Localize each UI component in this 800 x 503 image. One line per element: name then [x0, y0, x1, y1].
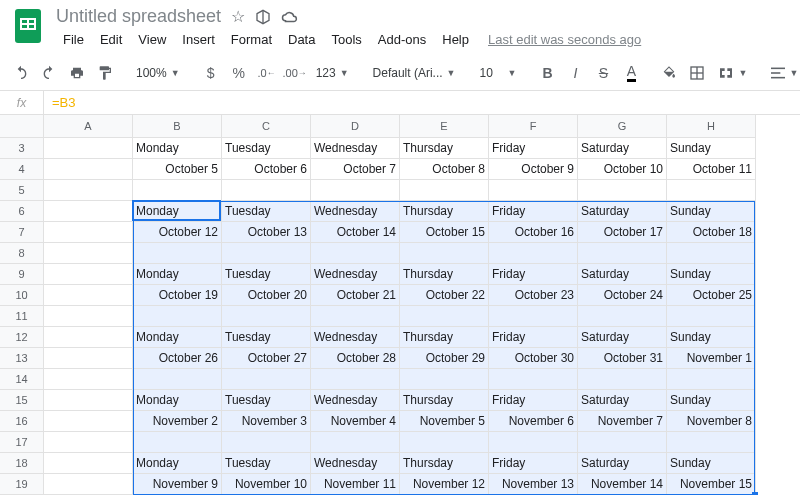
format-percent-button[interactable]: %: [226, 60, 252, 86]
cell-D18[interactable]: Wednesday: [311, 453, 400, 474]
row-header-10[interactable]: 10: [0, 285, 44, 306]
col-header-F[interactable]: F: [489, 115, 578, 138]
cell-E8[interactable]: [400, 243, 489, 264]
menu-view[interactable]: View: [131, 29, 173, 50]
cell-B19[interactable]: November 9: [133, 474, 222, 495]
cell-H14[interactable]: [667, 369, 756, 390]
cell-A4[interactable]: [44, 159, 133, 180]
row-header-3[interactable]: 3: [0, 138, 44, 159]
bold-button[interactable]: B: [534, 60, 560, 86]
menu-addons[interactable]: Add-ons: [371, 29, 433, 50]
cell-H18[interactable]: Sunday: [667, 453, 756, 474]
cell-C17[interactable]: [222, 432, 311, 453]
menu-format[interactable]: Format: [224, 29, 279, 50]
cell-D17[interactable]: [311, 432, 400, 453]
cell-D10[interactable]: October 21: [311, 285, 400, 306]
cell-C6[interactable]: Tuesday: [222, 201, 311, 222]
cell-A9[interactable]: [44, 264, 133, 285]
row-header-19[interactable]: 19: [0, 474, 44, 495]
cell-H17[interactable]: [667, 432, 756, 453]
cell-B4[interactable]: October 5: [133, 159, 222, 180]
cell-H15[interactable]: Sunday: [667, 390, 756, 411]
row-header-17[interactable]: 17: [0, 432, 44, 453]
cell-D4[interactable]: October 7: [311, 159, 400, 180]
col-header-E[interactable]: E: [400, 115, 489, 138]
cell-F19[interactable]: November 13: [489, 474, 578, 495]
cell-G17[interactable]: [578, 432, 667, 453]
cell-B15[interactable]: Monday: [133, 390, 222, 411]
cell-E5[interactable]: [400, 180, 489, 201]
redo-button[interactable]: [36, 60, 62, 86]
col-header-B[interactable]: B: [133, 115, 222, 138]
spreadsheet-grid[interactable]: 345678910111213141516171819 ABCDEFGH Mon…: [0, 115, 800, 495]
cell-D6[interactable]: Wednesday: [311, 201, 400, 222]
cell-H19[interactable]: November 15: [667, 474, 756, 495]
menu-tools[interactable]: Tools: [324, 29, 368, 50]
cell-C11[interactable]: [222, 306, 311, 327]
cell-F16[interactable]: November 6: [489, 411, 578, 432]
cell-D13[interactable]: October 28: [311, 348, 400, 369]
font-size-dropdown[interactable]: 10 ▼: [474, 60, 523, 86]
cell-C9[interactable]: Tuesday: [222, 264, 311, 285]
cell-B6[interactable]: Monday: [133, 201, 222, 222]
row-header-12[interactable]: 12: [0, 327, 44, 348]
star-icon[interactable]: ☆: [231, 7, 245, 26]
cell-A18[interactable]: [44, 453, 133, 474]
decrease-decimal-button[interactable]: .0←: [254, 60, 280, 86]
sheets-logo[interactable]: [8, 6, 48, 46]
row-header-15[interactable]: 15: [0, 390, 44, 411]
last-edit-link[interactable]: Last edit was seconds ago: [488, 32, 641, 47]
format-currency-button[interactable]: $: [198, 60, 224, 86]
cell-D14[interactable]: [311, 369, 400, 390]
row-header-11[interactable]: 11: [0, 306, 44, 327]
cell-C13[interactable]: October 27: [222, 348, 311, 369]
col-header-H[interactable]: H: [667, 115, 756, 138]
cell-D15[interactable]: Wednesday: [311, 390, 400, 411]
move-icon[interactable]: [255, 9, 271, 25]
row-header-4[interactable]: 4: [0, 159, 44, 180]
cell-G12[interactable]: Saturday: [578, 327, 667, 348]
cell-F12[interactable]: Friday: [489, 327, 578, 348]
cell-F3[interactable]: Friday: [489, 138, 578, 159]
cell-B14[interactable]: [133, 369, 222, 390]
cell-H11[interactable]: [667, 306, 756, 327]
cell-D5[interactable]: [311, 180, 400, 201]
cell-E3[interactable]: Thursday: [400, 138, 489, 159]
cell-E9[interactable]: Thursday: [400, 264, 489, 285]
cell-C19[interactable]: November 10: [222, 474, 311, 495]
cell-A5[interactable]: [44, 180, 133, 201]
cell-G19[interactable]: November 14: [578, 474, 667, 495]
cell-F18[interactable]: Friday: [489, 453, 578, 474]
cell-B7[interactable]: October 12: [133, 222, 222, 243]
cell-A11[interactable]: [44, 306, 133, 327]
menu-data[interactable]: Data: [281, 29, 322, 50]
cell-A14[interactable]: [44, 369, 133, 390]
cell-B11[interactable]: [133, 306, 222, 327]
cell-G18[interactable]: Saturday: [578, 453, 667, 474]
cell-G15[interactable]: Saturday: [578, 390, 667, 411]
cell-E11[interactable]: [400, 306, 489, 327]
cell-F15[interactable]: Friday: [489, 390, 578, 411]
cell-A6[interactable]: [44, 201, 133, 222]
cell-D8[interactable]: [311, 243, 400, 264]
borders-button[interactable]: [684, 60, 710, 86]
cell-A19[interactable]: [44, 474, 133, 495]
formula-bar[interactable]: =B3: [44, 95, 800, 110]
cell-F11[interactable]: [489, 306, 578, 327]
text-color-button[interactable]: A: [618, 60, 644, 86]
strikethrough-button[interactable]: S: [590, 60, 616, 86]
cell-G10[interactable]: October 24: [578, 285, 667, 306]
cell-E16[interactable]: November 5: [400, 411, 489, 432]
cell-G6[interactable]: Saturday: [578, 201, 667, 222]
cell-E10[interactable]: October 22: [400, 285, 489, 306]
cell-A8[interactable]: [44, 243, 133, 264]
cell-F8[interactable]: [489, 243, 578, 264]
cell-B8[interactable]: [133, 243, 222, 264]
menu-edit[interactable]: Edit: [93, 29, 129, 50]
menu-file[interactable]: File: [56, 29, 91, 50]
cell-C8[interactable]: [222, 243, 311, 264]
cell-D12[interactable]: Wednesday: [311, 327, 400, 348]
cell-A17[interactable]: [44, 432, 133, 453]
cell-B16[interactable]: November 2: [133, 411, 222, 432]
cell-B12[interactable]: Monday: [133, 327, 222, 348]
